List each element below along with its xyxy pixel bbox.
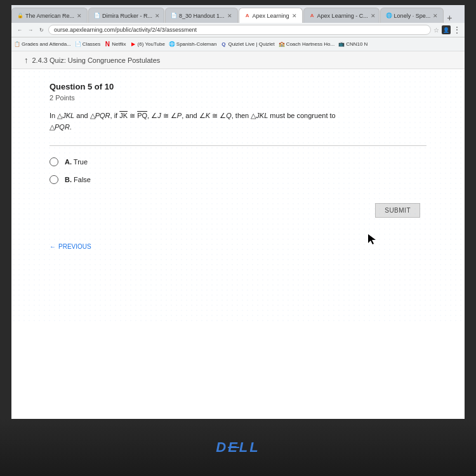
- tab-close-apex[interactable]: ✕: [289, 13, 297, 19]
- tab-icon-apex-c: A: [309, 13, 315, 19]
- new-tab-button[interactable]: +: [447, 13, 452, 23]
- bookmarks-bar: 📋 Grades and Attenda... 📄 Classes N Netf…: [11, 37, 465, 51]
- tab-icon-dimira: 📄: [94, 13, 100, 19]
- laptop-bottom-bezel: DELL: [0, 419, 476, 476]
- question-header: Question 5 of 10: [50, 82, 426, 91]
- bookmark-star-icon[interactable]: ☆: [433, 27, 439, 34]
- tab-label-dimira: Dimira Rucker - R...: [102, 13, 152, 19]
- option-a-label: A. True: [65, 158, 88, 166]
- bookmark-netflix-icon: N: [104, 41, 110, 48]
- tab-close-handout[interactable]: ✕: [225, 13, 232, 19]
- tab-close-apex-c[interactable]: ✕: [368, 13, 376, 19]
- tab-icon-handout: 📄: [171, 13, 177, 19]
- option-b-letter: B.: [65, 176, 72, 183]
- tab-icon-apex: A: [244, 13, 251, 19]
- breadcrumb-arrow-icon: ↑: [24, 55, 29, 65]
- tab-apex-learning[interactable]: A Apex Learning ✕: [239, 8, 303, 23]
- bookmark-coach[interactable]: 🏫 Coach Hartness Ho...: [279, 41, 334, 48]
- points-label: 2 Points: [50, 94, 426, 102]
- bookmark-quizlet-label: Quizlet Live | Quizlet: [228, 41, 274, 47]
- tab-lonely[interactable]: 🌐 Lonely · Spe... ✕: [380, 8, 444, 23]
- option-a-text: True: [74, 158, 88, 166]
- browser-screen: 🔒 The American Re... ✕ 📄 Dimira Rucker -…: [11, 5, 465, 432]
- bookmark-classes[interactable]: 📄 Classes: [75, 41, 100, 48]
- browser-chrome: 🔒 The American Re... ✕ 📄 Dimira Rucker -…: [11, 5, 465, 51]
- tab-label-american: The American Re...: [25, 13, 74, 19]
- bookmark-cnn-icon: 📺: [338, 41, 345, 48]
- radio-b[interactable]: [50, 175, 58, 184]
- option-a-letter: A.: [65, 158, 72, 166]
- bookmark-coach-label: Coach Hartness Ho...: [286, 41, 334, 47]
- bookmark-coach-icon: 🏫: [279, 41, 285, 48]
- bookmark-classes-label: Classes: [83, 41, 100, 47]
- bookmark-grades[interactable]: 📋 Grades and Attenda...: [14, 41, 71, 48]
- bookmark-quizlet-icon: Q: [220, 41, 227, 48]
- bookmark-cnn-label: CNN10 N: [346, 41, 367, 47]
- bookmark-spanish[interactable]: 🌐 Spanish-Coleman: [169, 41, 217, 48]
- address-bar-area: ← → ↻ ourse.apexlearning.com/public/acti…: [11, 23, 465, 37]
- background-watermark: [11, 69, 465, 323]
- bookmark-spanish-label: Spanish-Coleman: [176, 41, 217, 47]
- submit-button[interactable]: SUBMIT: [375, 203, 420, 218]
- address-bar[interactable]: ourse.apexlearning.com/public/activity/2…: [48, 25, 431, 35]
- tab-handout[interactable]: 📄 8_30 Handout 1... ✕: [165, 8, 238, 23]
- bookmark-netflix-label: Netflix: [112, 41, 126, 47]
- radio-a[interactable]: [50, 157, 58, 166]
- main-content: Question 5 of 10 2 Points In △JKL and △P…: [11, 69, 465, 323]
- previous-label: PREVIOUS: [58, 243, 91, 250]
- bookmark-youtube-label: (6) YouTube: [138, 41, 165, 47]
- previous-arrow-icon: ←: [50, 243, 56, 250]
- option-a[interactable]: A. True: [50, 157, 426, 166]
- overline-pq: PQ: [137, 112, 147, 119]
- laptop-screen-area: 🔒 The American Re... ✕ 📄 Dimira Rucker -…: [0, 0, 476, 432]
- tab-close-dimira[interactable]: ✕: [152, 13, 160, 19]
- breadcrumb: ↑ 2.4.3 Quiz: Using Congruence Postulate…: [11, 51, 465, 69]
- option-b-text: False: [74, 176, 91, 183]
- overline-jk: JK: [119, 112, 128, 119]
- question-divider: [50, 145, 426, 146]
- tab-label-apex-c: Apex Learning - C...: [317, 13, 368, 19]
- bookmark-youtube-icon: ▶: [130, 41, 136, 48]
- tab-american-re[interactable]: 🔒 The American Re... ✕: [11, 8, 88, 23]
- tab-icon-american: 🔒: [17, 13, 23, 19]
- browser-controls: ← → ↻: [15, 25, 46, 34]
- bookmark-spanish-icon: 🌐: [169, 41, 175, 48]
- tab-label-handout: 8_30 Handout 1...: [179, 13, 225, 19]
- forward-button[interactable]: →: [26, 25, 35, 34]
- bookmark-classes-icon: 📄: [75, 41, 81, 48]
- tab-close-american[interactable]: ✕: [74, 13, 82, 19]
- tab-dimira[interactable]: 📄 Dimira Rucker - R... ✕: [88, 8, 164, 23]
- submit-area: SUBMIT: [50, 203, 426, 218]
- user-icon[interactable]: 👤: [442, 25, 451, 34]
- dell-logo: DELL: [216, 439, 260, 456]
- tab-close-lonely[interactable]: ✕: [430, 13, 438, 19]
- bookmark-cnn[interactable]: 📺 CNN10 N: [338, 41, 367, 48]
- svg-marker-0: [368, 234, 376, 244]
- tab-icon-lonely: 🌐: [386, 13, 392, 19]
- menu-dots-icon[interactable]: ⋮: [453, 25, 461, 34]
- bookmark-netflix[interactable]: N Netflix: [104, 41, 126, 48]
- mouse-cursor: [368, 234, 376, 247]
- tab-label-apex: Apex Learning: [253, 13, 289, 19]
- refresh-button[interactable]: ↻: [37, 25, 46, 34]
- option-b[interactable]: B. False: [50, 175, 426, 184]
- breadcrumb-text: 2.4.3 Quiz: Using Congruence Postulates: [32, 56, 161, 64]
- option-b-label: B. False: [65, 176, 91, 183]
- bookmark-grades-label: Grades and Attenda...: [22, 41, 71, 47]
- tab-label-lonely: Lonely · Spe...: [394, 13, 431, 19]
- bookmark-grades-icon: 📋: [14, 41, 20, 48]
- back-button[interactable]: ←: [15, 25, 24, 34]
- tab-bar: 🔒 The American Re... ✕ 📄 Dimira Rucker -…: [11, 5, 465, 23]
- address-text: ourse.apexlearning.com/public/activity/2…: [54, 27, 197, 33]
- tab-apex-c[interactable]: A Apex Learning - C... ✕: [303, 8, 380, 23]
- question-text: In △JKL and △PQR, if JK ≅ PQ, ∠J ≅ ∠P, a…: [50, 110, 341, 133]
- user-avatar: 👤: [443, 27, 449, 33]
- bookmark-quizlet[interactable]: Q Quizlet Live | Quizlet: [220, 41, 274, 48]
- bookmark-youtube[interactable]: ▶ (6) YouTube: [130, 41, 165, 48]
